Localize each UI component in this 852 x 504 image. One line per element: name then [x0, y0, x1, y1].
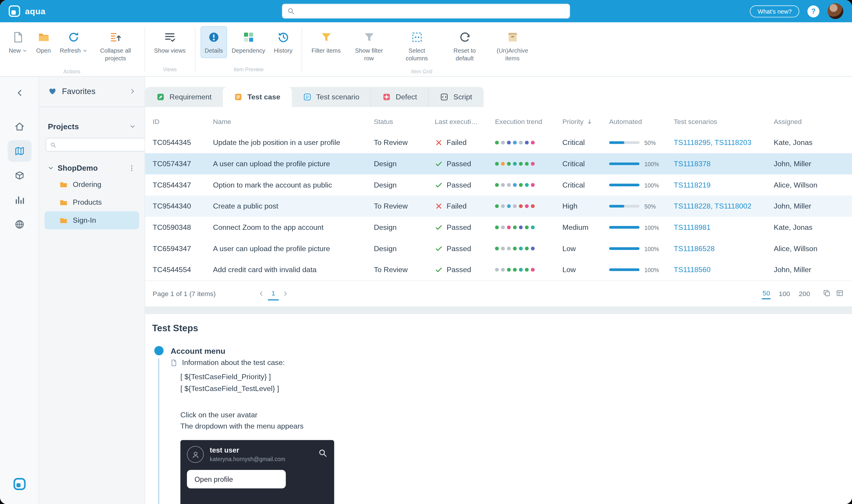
- page-number-button[interactable]: 1: [268, 287, 279, 300]
- row-tc4544554[interactable]: TC4544554Add credit card with invalid da…: [145, 259, 852, 281]
- export-grid-button[interactable]: [836, 289, 844, 299]
- nav-home-button[interactable]: [7, 116, 31, 137]
- toolbar-group-caption: Item Preview: [200, 64, 297, 76]
- filter-items-button[interactable]: Filter items: [307, 26, 345, 58]
- test-scenario-link[interactable]: TS1118228, TS1118002: [674, 202, 751, 210]
- document-icon: [170, 359, 178, 366]
- cell-priority: Medium: [562, 223, 609, 232]
- trend-dot-icon: [519, 247, 523, 251]
- trend-dot-icon: [507, 226, 511, 229]
- whats-new-button[interactable]: What's new?: [750, 5, 799, 17]
- tree-root-shopdemo[interactable]: ShopDemo: [45, 160, 139, 175]
- column-header-id[interactable]: ID: [153, 118, 213, 126]
- new-button[interactable]: New: [4, 26, 32, 58]
- reset-to-default-button[interactable]: Reset to default: [441, 26, 489, 66]
- tab-test-case[interactable]: Test case: [223, 87, 292, 107]
- copy-grid-button[interactable]: [823, 289, 831, 299]
- test-scenario-link[interactable]: TS1118295, TS1118203: [674, 139, 751, 147]
- trend-dot-icon: [507, 247, 511, 251]
- nav-reports-button[interactable]: [7, 189, 31, 211]
- tree-item-sign-in[interactable]: Sign-In: [45, 211, 139, 229]
- nav-integrations-button[interactable]: [7, 214, 31, 235]
- details-button[interactable]: Details: [200, 26, 227, 58]
- projects-label: Projects: [48, 122, 79, 131]
- test-steps-section: Test Steps Account menu Information abou…: [145, 314, 852, 504]
- trend-dot-icon: [531, 247, 534, 251]
- row-tc6594347[interactable]: TC6594347A user can upload the profile p…: [145, 238, 852, 259]
- row-tc0544345[interactable]: TC0544345Update the job position in a us…: [145, 132, 852, 153]
- nav-projects-button[interactable]: [7, 140, 31, 162]
- collapse-sidebar-button[interactable]: [15, 88, 24, 100]
- defect-icon: [383, 93, 391, 101]
- button-label: (Un)Archive items: [493, 47, 532, 62]
- column-label: Name: [213, 118, 231, 126]
- toolbar-buttons: Show views: [150, 26, 190, 58]
- test-scenario-link[interactable]: TS1118219: [674, 181, 711, 189]
- column-header-status[interactable]: Status: [374, 118, 435, 126]
- nav-items-button[interactable]: [7, 165, 31, 186]
- tree-item-ordering[interactable]: Ordering: [45, 175, 139, 194]
- tab-test-scenario[interactable]: Test scenario: [292, 87, 371, 107]
- show-filter-row-button[interactable]: Show filter row: [345, 26, 393, 66]
- cell-name: A user can upload the profile picture: [213, 245, 374, 253]
- test-scenario-link[interactable]: TS1118981: [674, 223, 711, 232]
- button-label-text: History: [274, 47, 293, 54]
- help-button[interactable]: ?: [807, 5, 819, 17]
- tab-script[interactable]: Script: [428, 87, 484, 107]
- trend-dot-icon: [519, 268, 523, 272]
- test-scenario-link[interactable]: TS1118378: [674, 160, 711, 168]
- projects-header[interactable]: Projects: [45, 122, 139, 131]
- cell-test-scenarios: TS1118378: [674, 160, 774, 168]
- execution-result-label: Passed: [447, 181, 471, 189]
- trend-dot-icon: [507, 268, 511, 272]
- cell-test-scenarios: TS1118228, TS1118002: [674, 202, 774, 210]
- open-folder-icon: [37, 31, 50, 43]
- tab-defect[interactable]: Defect: [371, 87, 428, 107]
- row-tc8544347[interactable]: TC8544347Option to mark the account as p…: [145, 175, 852, 196]
- page-size-200-button[interactable]: 200: [798, 289, 811, 299]
- test-scenario-link[interactable]: TS1118560: [674, 266, 711, 274]
- cell-automated: 100%: [609, 245, 674, 252]
- cell-priority: Critical: [562, 160, 609, 168]
- tree-item-products[interactable]: Products: [45, 194, 139, 212]
- button-label: New: [8, 47, 27, 54]
- row-tc0574347[interactable]: TC0574347A user can upload the profile p…: [145, 153, 852, 175]
- tab-requirement[interactable]: Requirement: [145, 87, 223, 107]
- column-header-automated[interactable]: Automated: [609, 118, 674, 126]
- column-label: Execution trend: [495, 118, 542, 126]
- refresh-button[interactable]: Refresh: [55, 26, 91, 58]
- project-search-input[interactable]: [60, 141, 144, 149]
- topbar-actions: What's new? ?: [750, 3, 843, 19]
- show-views-button[interactable]: Show views: [150, 26, 190, 58]
- page-size-100-button[interactable]: 100: [778, 289, 791, 299]
- trend-dot-icon: [501, 141, 505, 145]
- column-header-assigned[interactable]: Assigned: [774, 118, 844, 126]
- column-header-last-executi[interactable]: Last executi…: [435, 118, 495, 126]
- history-button[interactable]: History: [270, 26, 297, 58]
- column-header-test-scenarios[interactable]: Test scenarios: [674, 118, 774, 126]
- select-columns-button[interactable]: Select columns: [393, 26, 441, 66]
- collapse-all-projects-button[interactable]: Collapse all projects: [92, 26, 140, 66]
- button-label: Details: [205, 47, 223, 54]
- global-search-input[interactable]: [300, 4, 565, 19]
- user-avatar[interactable]: [828, 3, 843, 19]
- dependency-button[interactable]: Dependency: [227, 26, 270, 58]
- un-archive-items-button[interactable]: (Un)Archive items: [488, 26, 536, 66]
- row-tc9544340[interactable]: TC9544340Create a public postTo ReviewFa…: [145, 196, 852, 217]
- page-size-50-button[interactable]: 50: [762, 288, 771, 299]
- column-header-execution-trend[interactable]: Execution trend: [495, 118, 562, 126]
- kebab-menu-icon[interactable]: [128, 164, 136, 172]
- automation-progress-fill: [609, 205, 624, 207]
- next-page-button[interactable]: [283, 291, 288, 297]
- button-label: Show views: [154, 47, 186, 54]
- column-header-name[interactable]: Name: [213, 118, 374, 126]
- tab-label: Test scenario: [316, 93, 359, 101]
- collapse-projects-icon: [109, 31, 122, 43]
- column-header-priority[interactable]: Priority: [562, 118, 609, 126]
- chevron-right-icon[interactable]: [129, 88, 136, 94]
- favorites-header[interactable]: Favorites: [45, 84, 139, 107]
- row-tc0590348[interactable]: TC0590348Connect Zoom to the app account…: [145, 217, 852, 238]
- prev-page-button[interactable]: [258, 291, 264, 297]
- open-button[interactable]: Open: [32, 26, 56, 58]
- test-scenario-link[interactable]: TS11186528: [674, 245, 715, 253]
